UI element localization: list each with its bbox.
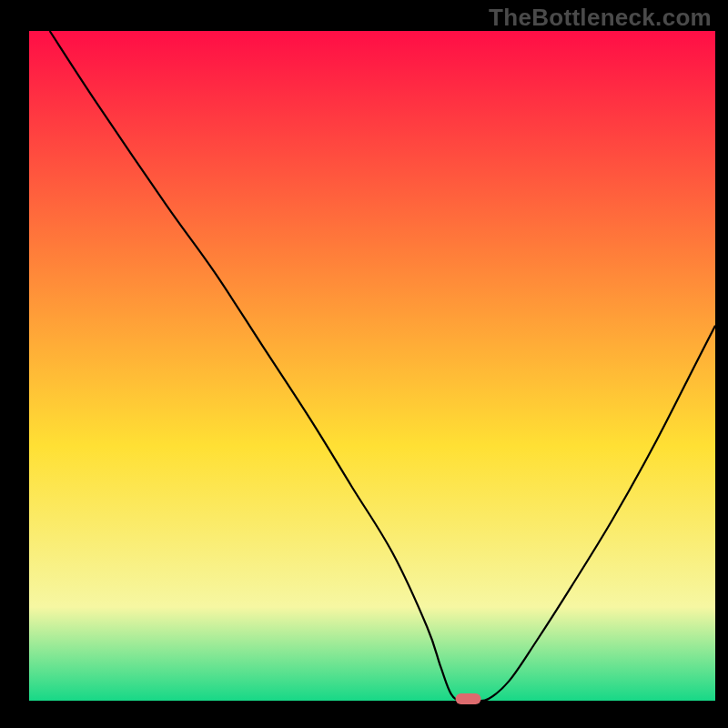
gradient-background [29,31,715,701]
bottleneck-chart [0,0,728,728]
optimal-marker [456,693,481,704]
chart-frame: { "watermark": "TheBottleneck.com", "col… [0,0,728,728]
